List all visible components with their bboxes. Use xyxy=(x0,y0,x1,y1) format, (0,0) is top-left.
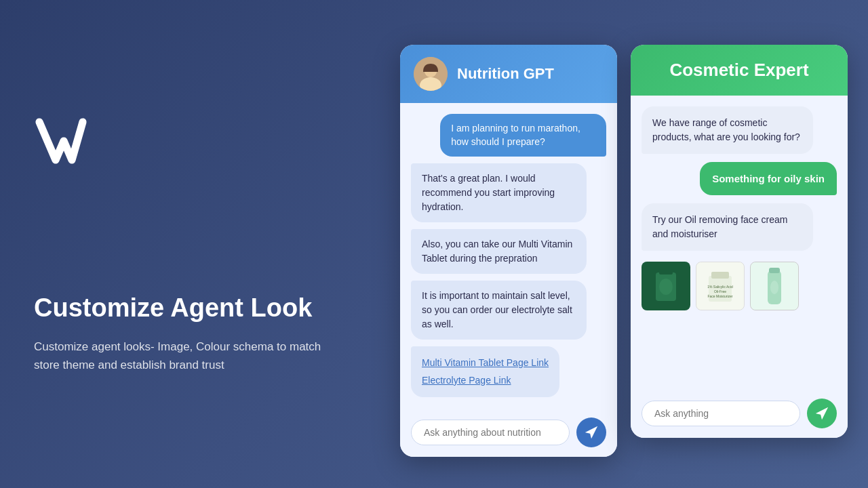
cosmetic-input-row xyxy=(631,389,848,438)
nutrition-bot-msg-3: It is important to maintain salt level, … xyxy=(411,281,587,340)
svg-point-17 xyxy=(770,281,778,294)
cosmetic-bot-msg-2: Try our Oil removing face cream and mois… xyxy=(642,203,813,251)
avatar xyxy=(414,57,448,91)
product-image-3 xyxy=(750,262,799,310)
svg-text:1% Salicylic Acid: 1% Salicylic Acid xyxy=(707,285,733,289)
cosmetic-chat-window: Cosmetic Expert We have range of cosmeti… xyxy=(631,45,848,438)
cosmetic-user-msg-1: Something for oily skin xyxy=(700,162,837,195)
svg-rect-16 xyxy=(769,268,780,273)
svg-text:Face Moisturizer: Face Moisturizer xyxy=(708,294,733,298)
cosmetic-header-title: Cosmetic Expert xyxy=(669,60,808,80)
nutrition-header: Nutrition GPT xyxy=(400,45,617,103)
nutrition-header-title: Nutrition GPT xyxy=(457,65,554,83)
chats-container: Nutrition GPT I am planning to run marat… xyxy=(400,31,868,457)
electrolyte-link[interactable]: Electrolyte Page Link xyxy=(422,372,549,389)
logo xyxy=(34,114,366,171)
nutrition-chat-body: I am planning to run marathon, how shoul… xyxy=(400,103,617,408)
svg-rect-6 xyxy=(659,269,673,274)
nutrition-chat-window: Nutrition GPT I am planning to run marat… xyxy=(400,45,617,457)
svg-rect-10 xyxy=(711,272,729,279)
products-row: 1% Salicylic Acid Oil-Free Face Moisturi… xyxy=(642,262,799,310)
nutrition-send-button[interactable] xyxy=(576,418,606,447)
page-subtitle: Customize agent looks- Image, Colour sch… xyxy=(34,338,326,374)
nutrition-user-msg-1: I am planning to run marathon, how shoul… xyxy=(440,114,606,157)
multivitamin-link[interactable]: Multi Vitamin Tablet Page Link xyxy=(422,354,549,371)
nutrition-chat-input[interactable] xyxy=(411,420,570,445)
cosmetic-send-button[interactable] xyxy=(807,399,837,428)
cosmetic-chat-input[interactable] xyxy=(642,401,800,426)
nutrition-bot-msg-1: That's a great plan. I would recommend y… xyxy=(411,163,587,222)
product-image-1 xyxy=(642,262,690,310)
svg-point-7 xyxy=(659,279,673,295)
nutrition-input-row xyxy=(400,408,617,457)
cosmetic-chat-body: We have range of cosmetic products, what… xyxy=(631,96,848,389)
cosmetic-bot-msg-1: We have range of cosmetic products, what… xyxy=(642,106,813,154)
cosmetic-header: Cosmetic Expert xyxy=(631,45,848,96)
svg-text:Oil-Free: Oil-Free xyxy=(714,289,726,293)
page-title: Customize Agent Look xyxy=(34,293,366,324)
nutrition-links-bubble: Multi Vitamin Tablet Page Link Electroly… xyxy=(411,346,559,396)
left-section: Customize Agent Look Customize agent loo… xyxy=(0,73,400,415)
product-image-2: 1% Salicylic Acid Oil-Free Face Moisturi… xyxy=(696,262,745,310)
nutrition-bot-msg-2: Also, you can take our Multi Vitamin Tab… xyxy=(411,229,587,274)
